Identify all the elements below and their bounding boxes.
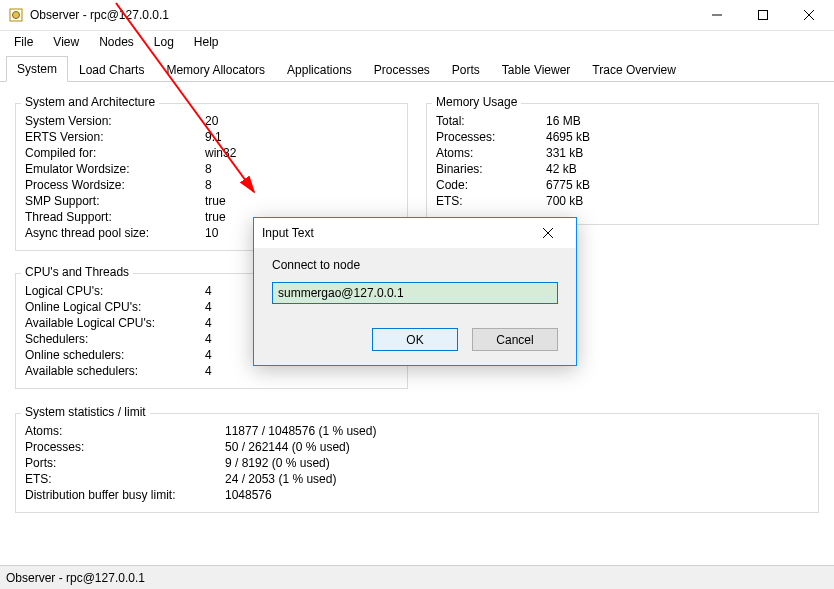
kv-value: 24 / 2053 (1 % used) (225, 472, 809, 486)
kv-row: Distribution buffer busy limit:1048576 (21, 487, 813, 503)
menu-help[interactable]: Help (184, 33, 229, 51)
kv-value: 8 (205, 178, 398, 192)
group-title: System and Architecture (21, 95, 159, 109)
kv-key: ERTS Version: (25, 130, 205, 144)
kv-value: 700 kB (546, 194, 809, 208)
tab-applications[interactable]: Applications (276, 57, 363, 82)
close-button[interactable] (786, 0, 832, 30)
ok-button[interactable]: OK (372, 328, 458, 351)
kv-value: 6775 kB (546, 178, 809, 192)
menu-file[interactable]: File (4, 33, 43, 51)
kv-key: SMP Support: (25, 194, 205, 208)
kv-row: ETS:24 / 2053 (1 % used) (21, 471, 813, 487)
kv-value: 20 (205, 114, 398, 128)
kv-row: Process Wordsize:8 (21, 177, 402, 193)
tab-table-viewer[interactable]: Table Viewer (491, 57, 581, 82)
kv-value: 1048576 (225, 488, 809, 502)
kv-key: ETS: (436, 194, 546, 208)
tab-system[interactable]: System (6, 56, 68, 82)
kv-key: Code: (436, 178, 546, 192)
kv-key: Online Logical CPU's: (25, 300, 205, 314)
kv-value: 9 / 8192 (0 % used) (225, 456, 809, 470)
kv-key: Processes: (436, 130, 546, 144)
dialog-body: Connect to node OK Cancel (254, 248, 576, 365)
input-text-dialog: Input Text Connect to node OK Cancel (253, 217, 577, 366)
tab-processes[interactable]: Processes (363, 57, 441, 82)
kv-key: Available Logical CPU's: (25, 316, 205, 330)
kv-value: 8 (205, 162, 398, 176)
kv-key: Atoms: (25, 424, 225, 438)
kv-value: true (205, 194, 398, 208)
kv-value: 331 kB (546, 146, 809, 160)
kv-key: Distribution buffer busy limit: (25, 488, 225, 502)
kv-row: Compiled for:win32 (21, 145, 402, 161)
kv-key: Async thread pool size: (25, 226, 205, 240)
group-memory-usage: Memory Usage Total:16 MBProcesses:4695 k… (425, 92, 820, 226)
window-title: Observer - rpc@127.0.0.1 (30, 8, 169, 22)
kv-row: Processes:50 / 262144 (0 % used) (21, 439, 813, 455)
kv-row: Binaries:42 kB (432, 161, 813, 177)
kv-row: System Version:20 (21, 113, 402, 129)
kv-key: Logical CPU's: (25, 284, 205, 298)
svg-point-1 (13, 12, 20, 19)
kv-value: 9.1 (205, 130, 398, 144)
menu-view[interactable]: View (43, 33, 89, 51)
kv-row: Code:6775 kB (432, 177, 813, 193)
dialog-label: Connect to node (272, 258, 558, 272)
kv-key: Online schedulers: (25, 348, 205, 362)
kv-row: Emulator Wordsize:8 (21, 161, 402, 177)
kv-row: Total:16 MB (432, 113, 813, 129)
status-text: Observer - rpc@127.0.0.1 (6, 571, 145, 585)
group-title: Memory Usage (432, 95, 521, 109)
kv-row: ERTS Version:9.1 (21, 129, 402, 145)
titlebar: Observer - rpc@127.0.0.1 (0, 0, 834, 31)
app-icon (8, 7, 24, 23)
tabstrip: System Load Charts Memory Allocators App… (0, 53, 834, 82)
maximize-button[interactable] (740, 0, 786, 30)
kv-row: ETS:700 kB (432, 193, 813, 209)
tab-trace-overview[interactable]: Trace Overview (581, 57, 687, 82)
kv-key: Available schedulers: (25, 364, 205, 378)
kv-key: Process Wordsize: (25, 178, 205, 192)
kv-value: 50 / 262144 (0 % used) (225, 440, 809, 454)
kv-value: 16 MB (546, 114, 809, 128)
kv-row: SMP Support:true (21, 193, 402, 209)
dialog-close-button[interactable] (528, 219, 568, 247)
group-system-statistics: System statistics / limit Atoms:11877 / … (14, 402, 820, 514)
kv-row: Processes:4695 kB (432, 129, 813, 145)
statusbar: Observer - rpc@127.0.0.1 (0, 565, 834, 589)
kv-row: Ports:9 / 8192 (0 % used) (21, 455, 813, 471)
kv-key: Compiled for: (25, 146, 205, 160)
tab-memory-allocators[interactable]: Memory Allocators (155, 57, 276, 82)
tab-load-charts[interactable]: Load Charts (68, 57, 155, 82)
node-name-input[interactable] (272, 282, 558, 304)
group-title: CPU's and Threads (21, 265, 133, 279)
group-title: System statistics / limit (21, 405, 150, 419)
menu-log[interactable]: Log (144, 33, 184, 51)
kv-row: Atoms:331 kB (432, 145, 813, 161)
kv-value: 4695 kB (546, 130, 809, 144)
kv-value: win32 (205, 146, 398, 160)
kv-key: Emulator Wordsize: (25, 162, 205, 176)
kv-row: Atoms:11877 / 1048576 (1 % used) (21, 423, 813, 439)
kv-key: Thread Support: (25, 210, 205, 224)
kv-key: Ports: (25, 456, 225, 470)
menubar: File View Nodes Log Help (0, 31, 834, 53)
kv-key: Processes: (25, 440, 225, 454)
menu-nodes[interactable]: Nodes (89, 33, 144, 51)
dialog-titlebar[interactable]: Input Text (254, 218, 576, 248)
kv-key: Total: (436, 114, 546, 128)
kv-value: 11877 / 1048576 (1 % used) (225, 424, 809, 438)
kv-key: System Version: (25, 114, 205, 128)
kv-value: 42 kB (546, 162, 809, 176)
tab-ports[interactable]: Ports (441, 57, 491, 82)
kv-key: Binaries: (436, 162, 546, 176)
kv-key: Schedulers: (25, 332, 205, 346)
svg-rect-3 (759, 11, 768, 20)
minimize-button[interactable] (694, 0, 740, 30)
dialog-title: Input Text (262, 226, 528, 240)
kv-key: ETS: (25, 472, 225, 486)
kv-value: 4 (205, 364, 398, 378)
kv-key: Atoms: (436, 146, 546, 160)
cancel-button[interactable]: Cancel (472, 328, 558, 351)
